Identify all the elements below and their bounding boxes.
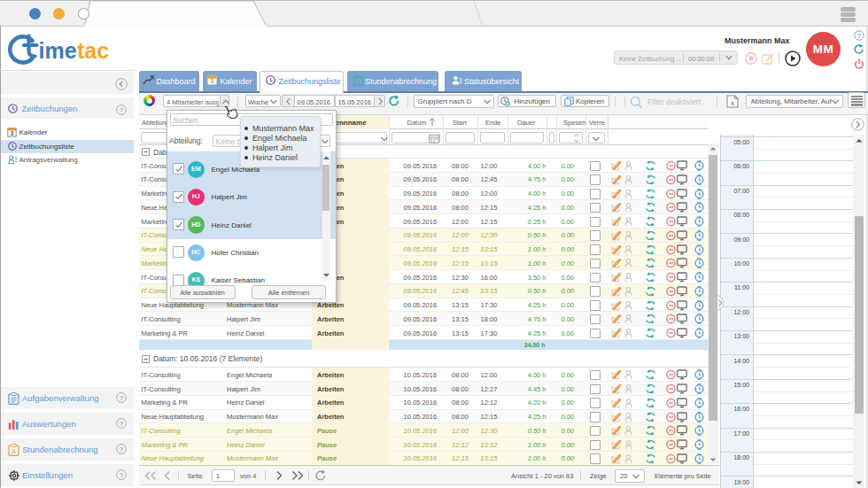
svg-text:x: x [731, 99, 734, 107]
svg-text:?: ? [120, 106, 124, 114]
svg-text:?: ? [120, 394, 124, 402]
svg-text:?: ? [120, 420, 124, 428]
svg-text:A: A [356, 80, 360, 85]
svg-text:ime: ime [39, 38, 77, 63]
svg-text:A: A [12, 448, 16, 454]
svg-text:3: 3 [11, 130, 14, 136]
svg-text:3: 3 [211, 78, 214, 84]
svg-text:?: ? [120, 445, 124, 453]
svg-text:?: ? [120, 471, 124, 479]
svg-text:tac: tac [77, 38, 109, 63]
svg-text:?: ? [857, 32, 862, 40]
